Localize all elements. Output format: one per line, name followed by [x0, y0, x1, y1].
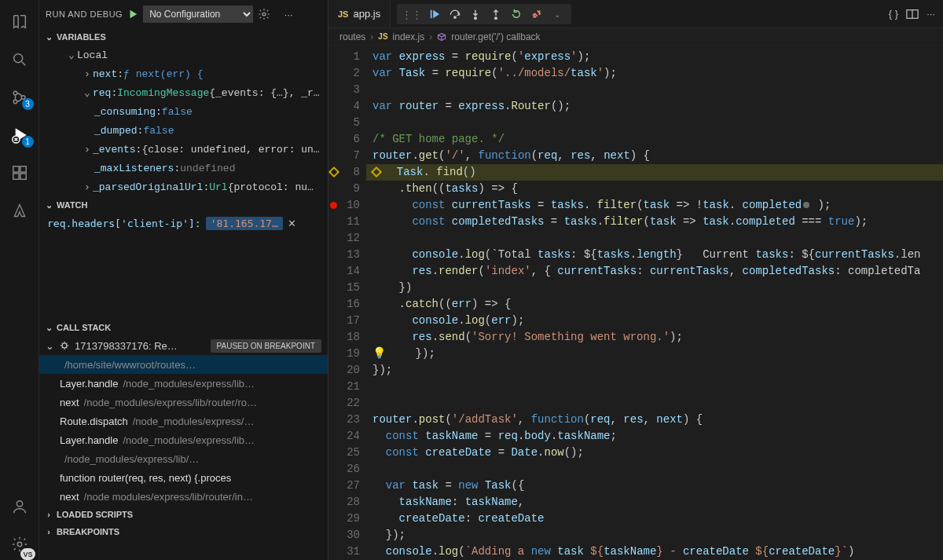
- panel-title: RUN AND DEBUG: [46, 9, 123, 19]
- activity-bar: 3 1 VS: [0, 0, 39, 560]
- svg-point-10: [17, 542, 22, 547]
- callstack-frame[interactable]: function router(req, res, next) {.proces: [39, 468, 328, 487]
- method-icon: [437, 32, 446, 42]
- vs-badge: VS: [20, 548, 35, 560]
- continue-icon[interactable]: [425, 5, 444, 24]
- scope-local[interactable]: ⌄Local: [39, 46, 328, 64]
- watch-item[interactable]: req.headers['client-ip']: '81.165.17… ✕: [39, 214, 328, 232]
- svg-point-16: [495, 17, 497, 20]
- search-icon[interactable]: [1, 44, 39, 75]
- svg-point-1: [13, 91, 17, 95]
- js-file-icon: JS: [378, 32, 387, 41]
- svg-rect-8: [20, 167, 25, 172]
- execution-pointer-icon: [371, 167, 382, 178]
- var-maxlisteners[interactable]: _maxListeners: undefined: [39, 159, 328, 178]
- callstack-frame[interactable]: Route.dispatch /node_modules/express/…: [39, 412, 328, 430]
- scm-badge: 3: [22, 98, 34, 110]
- var-parsed[interactable]: › _parsedOriginalUrl: Url {protocol: nu…: [39, 178, 328, 196]
- gear-icon[interactable]: [258, 8, 275, 20]
- var-dumped[interactable]: _dumped: false: [39, 121, 328, 140]
- paused-status: PAUSED ON BREAKPOINT: [211, 339, 321, 353]
- start-debug-icon[interactable]: [127, 9, 138, 20]
- drag-handle-icon[interactable]: ⋮⋮: [402, 9, 424, 20]
- scm-icon[interactable]: 3: [1, 82, 39, 113]
- svg-point-11: [262, 13, 266, 16]
- step-over-icon[interactable]: [446, 5, 464, 24]
- callstack-frame[interactable]: next /node modules/express/lib/router/in…: [39, 487, 328, 506]
- svg-rect-7: [20, 174, 25, 179]
- restart-icon[interactable]: [507, 5, 526, 24]
- callstack-frame[interactable]: Layer.handle /node_modules/express/lib…: [39, 430, 328, 449]
- debug-toolbar[interactable]: ⋮⋮ ⌄: [397, 4, 571, 24]
- svg-rect-13: [431, 10, 432, 19]
- callstack-frame[interactable]: /node_modules/express/lib/…: [39, 449, 328, 468]
- lightbulb-icon[interactable]: 💡: [372, 347, 389, 360]
- watch-section[interactable]: ⌄WATCH: [39, 196, 328, 214]
- config-select[interactable]: No Configuration: [143, 5, 253, 23]
- callstack-frame[interactable]: /home/site/wwwroot/routes…: [39, 355, 328, 374]
- more-icon[interactable]: ···: [280, 9, 297, 20]
- step-into-icon[interactable]: [466, 5, 485, 24]
- var-consuming[interactable]: _consuming: false: [39, 102, 328, 121]
- tab-appjs[interactable]: JSapp.js: [328, 0, 391, 27]
- settings-icon[interactable]: VS: [1, 529, 39, 560]
- debug-more-icon[interactable]: ⌄: [548, 5, 567, 24]
- account-icon[interactable]: [1, 491, 39, 522]
- callstack-frame[interactable]: Layer.handle /node_modules/express/lib…: [39, 374, 328, 393]
- debug-icon[interactable]: 1: [1, 119, 39, 151]
- debug-badge: 1: [22, 136, 34, 148]
- debug-sidebar: RUN AND DEBUG No Configuration ··· ⌄VARI…: [39, 0, 328, 560]
- explorer-icon[interactable]: [1, 6, 39, 38]
- variables-section[interactable]: ⌄VARIABLES: [39, 28, 328, 46]
- disconnect-icon[interactable]: [527, 5, 546, 24]
- braces-icon[interactable]: { }: [889, 8, 898, 20]
- step-out-icon[interactable]: [486, 5, 505, 24]
- close-icon[interactable]: ✕: [288, 218, 296, 229]
- extensions-icon[interactable]: [1, 157, 39, 188]
- svg-rect-6: [13, 174, 18, 179]
- bug-icon: [59, 340, 70, 351]
- svg-rect-5: [13, 167, 18, 172]
- split-editor-icon[interactable]: [906, 9, 919, 20]
- breakpoint-icon[interactable]: [328, 167, 339, 178]
- svg-point-2: [13, 100, 17, 104]
- editor-more-icon[interactable]: ···: [926, 8, 935, 20]
- svg-point-0: [13, 54, 22, 63]
- line-gutter[interactable]: 1234567891011121314151617181920212223242…: [328, 46, 366, 560]
- var-req[interactable]: ⌄ req: IncomingMessage {_events: {…}, _r…: [39, 83, 328, 102]
- svg-point-14: [454, 16, 456, 18]
- callstack-frame[interactable]: next /node_modules/express/lib/router/ro…: [39, 393, 328, 412]
- breadcrumb[interactable]: routes› JSindex.js› router.get('/') call…: [328, 28, 943, 46]
- svg-point-15: [475, 17, 477, 20]
- breakpoint-icon[interactable]: [330, 202, 337, 209]
- var-next[interactable]: › next: ƒ next(err) {: [39, 64, 328, 83]
- breakpoints-section[interactable]: ›BREAKPOINTS: [39, 523, 328, 540]
- loaded-scripts-section[interactable]: ›LOADED SCRIPTS: [39, 506, 328, 523]
- callstack-thread[interactable]: ⌄ 1713798337176: Re… PAUSED ON BREAKPOIN…: [39, 336, 328, 355]
- callstack-section[interactable]: ⌄CALL STACK: [39, 319, 328, 336]
- azure-icon[interactable]: [1, 195, 39, 226]
- svg-point-9: [17, 501, 22, 507]
- code-editor[interactable]: 1234567891011121314151617181920212223242…: [328, 46, 943, 560]
- run-debug-header: RUN AND DEBUG No Configuration ···: [39, 0, 328, 28]
- js-file-icon: JS: [338, 9, 348, 19]
- tab-bar: JSapp.js ⋮⋮ ⌄ { } ···: [328, 0, 943, 28]
- var-events[interactable]: › _events: {close: undefined, error: un…: [39, 140, 328, 159]
